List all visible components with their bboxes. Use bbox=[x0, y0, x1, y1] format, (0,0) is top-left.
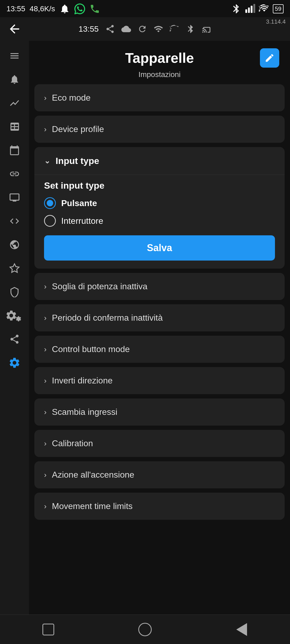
bluetooth-icon bbox=[231, 3, 242, 14]
settings-label-6: Azione all'accensione bbox=[52, 470, 275, 480]
device-profile-item[interactable]: › Device profile bbox=[34, 116, 285, 143]
sidebar bbox=[0, 41, 29, 644]
input-type-body: Set input type Pulsante Interruttore Sal… bbox=[34, 175, 285, 269]
sidebar-item-link[interactable] bbox=[4, 163, 25, 185]
settings-item-5[interactable]: › Calibration bbox=[34, 430, 285, 457]
svg-rect-3 bbox=[253, 4, 255, 13]
wifi-icon bbox=[259, 3, 270, 14]
sidebar-item-table[interactable] bbox=[4, 116, 25, 137]
device-header: Tapparelle bbox=[34, 41, 285, 70]
status-time: 13:55 bbox=[6, 5, 25, 13]
settings-label-7: Movement time limits bbox=[52, 501, 275, 511]
device-profile-chevron: › bbox=[44, 125, 46, 134]
app-bar: 13:55 bbox=[0, 17, 290, 41]
status-bar: 13:55 48,6K/s 59 bbox=[0, 0, 290, 17]
version-tag: 3.114.4 bbox=[266, 18, 286, 25]
status-speed: 48,6K/s bbox=[30, 5, 55, 13]
settings-item-7[interactable]: › Movement time limits bbox=[34, 493, 285, 520]
sidebar-item-bell[interactable] bbox=[4, 69, 25, 90]
eco-mode-label: Eco mode bbox=[52, 93, 275, 103]
refresh-icon[interactable] bbox=[137, 24, 147, 34]
sidebar-item-chart[interactable] bbox=[4, 92, 25, 114]
set-input-type-label: Set input type bbox=[44, 180, 275, 191]
radio-interruttore-label: Interruttore bbox=[61, 216, 103, 226]
nav-circle-icon bbox=[138, 623, 152, 636]
alarm-icon bbox=[59, 3, 70, 14]
device-title: Tapparelle bbox=[59, 50, 260, 66]
sidebar-item-tv[interactable] bbox=[4, 187, 25, 208]
settings-label-4: Scambia ingressi bbox=[52, 407, 275, 417]
sidebar-item-settings2[interactable] bbox=[4, 305, 25, 326]
signal2-icon bbox=[154, 24, 163, 34]
status-left: 13:55 48,6K/s bbox=[6, 3, 100, 14]
settings-chevron-7: › bbox=[44, 502, 46, 511]
settings-label-3: Inverti direzione bbox=[52, 376, 275, 386]
eco-mode-chevron: › bbox=[44, 94, 46, 102]
cloud-icon[interactable] bbox=[121, 24, 131, 34]
radio-pulsante-label: Pulsante bbox=[61, 198, 97, 208]
edit-button[interactable] bbox=[260, 48, 279, 68]
whatsapp-icon bbox=[74, 3, 85, 14]
save-button[interactable]: Salva bbox=[44, 235, 275, 261]
radio-pulsante[interactable]: Pulsante bbox=[44, 197, 275, 209]
settings-chevron-2: › bbox=[44, 345, 46, 354]
nav-circle-button[interactable] bbox=[134, 619, 156, 640]
wifi2-icon bbox=[170, 24, 179, 34]
input-type-section: ⌄ Input type Set input type Pulsante Int… bbox=[34, 147, 285, 269]
input-type-header[interactable]: ⌄ Input type bbox=[34, 147, 285, 175]
nav-square-button[interactable] bbox=[38, 619, 59, 640]
sidebar-item-code[interactable] bbox=[4, 210, 25, 232]
settings-chevron-5: › bbox=[44, 439, 46, 448]
bottom-nav bbox=[0, 614, 290, 644]
input-type-label: Input type bbox=[56, 156, 99, 166]
device-profile-label: Device profile bbox=[52, 124, 275, 134]
back-icon[interactable] bbox=[8, 22, 21, 36]
bluetooth2-icon bbox=[186, 24, 195, 34]
settings-label-1: Periodo di conferma inattività bbox=[52, 313, 275, 323]
settings-item-2[interactable]: › Control button mode bbox=[34, 336, 285, 363]
settings-label-5: Calibration bbox=[52, 438, 275, 448]
sidebar-item-star[interactable] bbox=[4, 258, 25, 279]
settings-item-3[interactable]: › Inverti direzione bbox=[34, 367, 285, 394]
device-subtitle: Impostazioni bbox=[34, 70, 285, 79]
cast-icon bbox=[202, 24, 212, 34]
settings-item-6[interactable]: › Azione all'accensione bbox=[34, 461, 285, 488]
settings-chevron-4: › bbox=[44, 408, 46, 416]
settings-chevron-3: › bbox=[44, 376, 46, 385]
nav-square-icon bbox=[42, 624, 54, 635]
input-type-chevron: ⌄ bbox=[44, 156, 50, 165]
status-right: 59 bbox=[231, 3, 284, 14]
settings-chevron-6: › bbox=[44, 471, 46, 479]
sidebar-item-settings[interactable] bbox=[4, 352, 25, 374]
sidebar-item-share[interactable] bbox=[4, 328, 25, 350]
sidebar-item-globe[interactable] bbox=[4, 234, 25, 255]
settings-item-0[interactable]: › Soglia di potenza inattiva bbox=[34, 273, 285, 300]
settings-item-4[interactable]: › Scambia ingressi bbox=[34, 398, 285, 426]
svg-rect-1 bbox=[248, 8, 250, 13]
nav-back-button[interactable] bbox=[231, 619, 252, 640]
settings-chevron-0: › bbox=[44, 282, 46, 291]
settings-list: › Soglia di potenza inattiva › Periodo d… bbox=[34, 273, 285, 520]
content-area: Tapparelle Impostazioni › Eco mode › Dev… bbox=[29, 41, 290, 644]
main-layout: Tapparelle Impostazioni › Eco mode › Dev… bbox=[0, 41, 290, 644]
app-bar-time: 13:55 bbox=[78, 24, 99, 34]
settings-item-1[interactable]: › Periodo di conferma inattività bbox=[34, 304, 285, 331]
radio-interruttore[interactable]: Interruttore bbox=[44, 215, 275, 227]
nav-triangle-icon bbox=[236, 623, 247, 636]
battery-indicator: 59 bbox=[273, 4, 284, 13]
settings-label-2: Control button mode bbox=[52, 344, 275, 354]
radio-interruttore-circle bbox=[44, 215, 56, 227]
svg-rect-2 bbox=[251, 6, 252, 13]
svg-marker-4 bbox=[10, 264, 19, 272]
sidebar-item-calendar[interactable] bbox=[4, 140, 25, 161]
svg-rect-0 bbox=[245, 9, 247, 13]
settings-chevron-1: › bbox=[44, 314, 46, 322]
sidebar-item-shield[interactable] bbox=[4, 281, 25, 303]
sidebar-item-menu[interactable] bbox=[4, 45, 25, 67]
settings-label-0: Soglia di potenza inattiva bbox=[52, 281, 275, 291]
radio-pulsante-circle bbox=[44, 197, 56, 209]
eco-mode-item[interactable]: › Eco mode bbox=[34, 84, 285, 111]
signal-icon bbox=[245, 3, 256, 14]
share-appbar-icon[interactable] bbox=[105, 24, 115, 34]
phone-icon bbox=[89, 3, 100, 14]
